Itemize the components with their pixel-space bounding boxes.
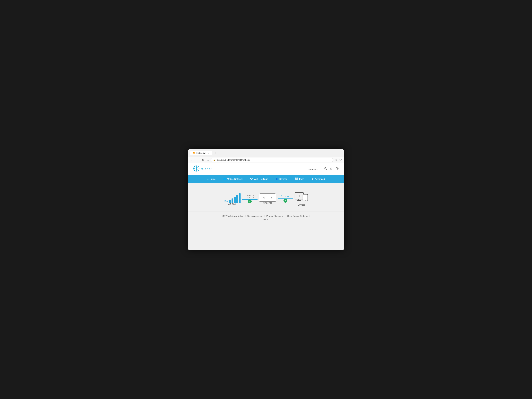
nav-home-label: Home bbox=[209, 178, 215, 180]
signal-bar-4 bbox=[236, 195, 238, 203]
wifi-icon-small bbox=[280, 195, 283, 198]
checkmark-1: ✓ bbox=[249, 200, 251, 203]
download-arrow: ↓ bbox=[246, 196, 247, 198]
advanced-nav-icon: ⚙ bbox=[312, 178, 314, 180]
language-button[interactable]: Language ▾ bbox=[306, 168, 318, 171]
tools-nav-icon bbox=[295, 177, 298, 181]
download-speed: 6.8Kbps bbox=[247, 196, 254, 198]
my-device-block: ◀ ▶ My device bbox=[259, 193, 276, 204]
check-circle-1: ✓ bbox=[248, 200, 252, 203]
devices-nav-icon: 👥 bbox=[276, 178, 278, 180]
browser-tab[interactable]: 📶 Mobile WiFi × bbox=[190, 151, 212, 155]
footer-link-privacy-notice[interactable]: SOYEA Privacy Notice bbox=[222, 215, 243, 217]
my-device-label: My device bbox=[263, 202, 272, 204]
router-signal-icon-right: ▶ bbox=[271, 196, 272, 199]
svg-rect-11 bbox=[297, 201, 301, 201]
nav-tools-label: Tools bbox=[299, 178, 304, 180]
nav-mobile-network-label: Mobile Network bbox=[227, 178, 243, 180]
router-square bbox=[266, 196, 269, 199]
footer-link-open-source[interactable]: Open Source Statement bbox=[287, 215, 310, 217]
language-arrow: ▾ bbox=[317, 168, 318, 171]
devices-label: Devices bbox=[298, 204, 305, 206]
address-bar[interactable]: 🔒 192.168.1.1/html/content.html#home bbox=[211, 158, 333, 162]
main-dashboard: 4G 4G Digi ↑ bbox=[188, 183, 344, 211]
refresh-button[interactable]: ↻ bbox=[201, 158, 205, 162]
wifi-freq: 2.4 GHz bbox=[283, 195, 290, 197]
mobile-network-nav-icon: 🌐 bbox=[223, 178, 226, 180]
signal-bar-5 bbox=[239, 193, 241, 203]
svg-point-2 bbox=[324, 167, 326, 169]
upload-speed-row: ↑ 7.0Kbps bbox=[246, 194, 254, 196]
download-speed-row: ↓ 6.8Kbps bbox=[246, 196, 254, 198]
nav-bar: ⌂ Home 🌐 Mobile Network Wi-Fi Settings bbox=[188, 175, 344, 183]
signal-bars: 4G bbox=[224, 192, 241, 203]
svg-rect-3 bbox=[336, 167, 337, 170]
nav-item-wifi-settings[interactable]: Wi-Fi Settings bbox=[246, 175, 272, 183]
footer-link-privacy-statement[interactable]: Privacy Statement bbox=[266, 215, 283, 217]
nav-item-devices[interactable]: 👥 Devices bbox=[272, 175, 291, 183]
footer-link-user-agreement[interactable]: User Agreement bbox=[247, 215, 262, 217]
devices-icon-container: 1 bbox=[295, 192, 308, 204]
lock-icon: 🔒 bbox=[213, 159, 215, 161]
svg-point-13 bbox=[305, 200, 306, 201]
svg-text:1: 1 bbox=[299, 194, 301, 198]
upload-icon[interactable] bbox=[329, 167, 333, 171]
connection-wrapper: 4G 4G Digi ↑ bbox=[224, 192, 308, 206]
shield-icon[interactable]: 🛡 bbox=[339, 158, 342, 162]
footer-divider-2: | bbox=[264, 215, 265, 217]
signal-bar-1 bbox=[229, 200, 231, 203]
nav-wifi-label: Wi-Fi Settings bbox=[254, 178, 268, 180]
logo: telenor bbox=[193, 165, 212, 173]
footer-divider-1: | bbox=[245, 215, 246, 217]
nav-item-advanced[interactable]: ⚙ Advanced bbox=[308, 175, 329, 183]
svg-rect-5 bbox=[297, 178, 298, 178]
svg-rect-4 bbox=[295, 178, 296, 178]
nav-item-tools[interactable]: Tools bbox=[291, 175, 308, 183]
new-tab-button[interactable]: + bbox=[213, 151, 217, 155]
second-connector: 2.4 GHz ✓ bbox=[276, 195, 295, 199]
svg-rect-7 bbox=[297, 179, 298, 180]
page-content: telenor Language ▾ bbox=[188, 163, 344, 250]
language-label: Language bbox=[306, 168, 317, 171]
signal-block: 4G 4G Digi bbox=[224, 192, 241, 205]
star-icon[interactable]: ☆ bbox=[335, 158, 337, 162]
close-tab-button[interactable]: × bbox=[208, 152, 209, 154]
browser-titlebar: 📶 Mobile WiFi × + bbox=[188, 149, 344, 157]
check-circle-2: ✓ bbox=[284, 199, 287, 203]
line-with-check-2: ✓ bbox=[278, 198, 293, 199]
signal-label: 4G Digi bbox=[228, 203, 236, 205]
page-footer: SOYEA Privacy Notice | User Agreement | … bbox=[188, 211, 344, 224]
devices-block: 1 Devices bbox=[295, 192, 308, 206]
signal-bar-3 bbox=[234, 197, 236, 203]
devices-svg: 1 bbox=[295, 192, 308, 203]
home-nav-icon: ⌂ bbox=[207, 178, 209, 180]
upload-speed: 7.0Kbps bbox=[247, 194, 254, 196]
checkmark-2: ✓ bbox=[285, 200, 286, 202]
nav-item-home[interactable]: ⌂ Home bbox=[203, 175, 219, 183]
toolbar-icons: ☆ 🛡 bbox=[335, 158, 342, 162]
footer-divider-3: | bbox=[285, 215, 285, 217]
nav-item-mobile-network[interactable]: 🌐 Mobile Network bbox=[219, 175, 247, 183]
browser-window: 📶 Mobile WiFi × + ← → ↻ ⌂ 🔒 192.168.1.1/… bbox=[188, 149, 344, 250]
nav-devices-label: Devices bbox=[279, 178, 287, 180]
logo-icon bbox=[193, 165, 200, 173]
svg-rect-6 bbox=[295, 179, 296, 180]
logout-icon[interactable] bbox=[335, 167, 339, 171]
address-text: 192.168.1.1/html/content.html#home bbox=[217, 159, 250, 161]
router-signal-icon: ◀ bbox=[263, 196, 265, 199]
svg-point-8 bbox=[281, 196, 282, 197]
wifi-freq-label: 2.4 GHz bbox=[280, 195, 290, 198]
footer-faqs[interactable]: FAQs bbox=[191, 218, 341, 221]
back-button[interactable]: ← bbox=[190, 158, 194, 162]
browser-toolbar: ← → ↻ ⌂ 🔒 192.168.1.1/html/content.html#… bbox=[188, 157, 344, 163]
signal-bar-2 bbox=[232, 198, 233, 203]
nav-advanced-label: Advanced bbox=[315, 178, 325, 180]
page-header: telenor Language ▾ bbox=[188, 163, 344, 175]
upload-arrow: ↑ bbox=[246, 194, 247, 196]
router-icon: ◀ ▶ bbox=[259, 193, 276, 202]
user-icon[interactable] bbox=[323, 167, 327, 171]
tab-icon: 📶 bbox=[193, 152, 195, 154]
home-button[interactable]: ⌂ bbox=[206, 158, 209, 162]
speed-info: ↑ 7.0Kbps ↓ 6.8Kbps bbox=[246, 194, 254, 198]
forward-button[interactable]: → bbox=[196, 158, 200, 162]
